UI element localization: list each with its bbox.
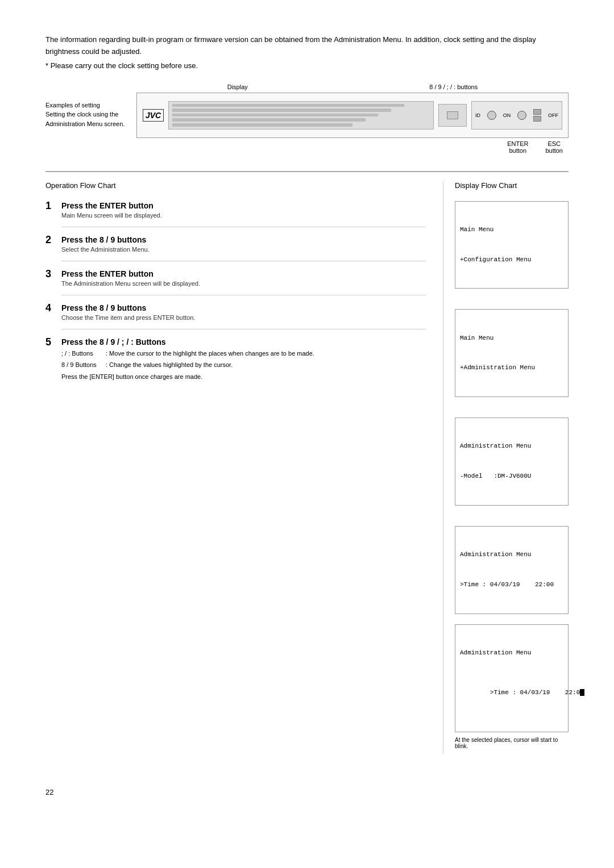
step-2-title: Press the 8 / 9 buttons [61,235,426,244]
off-label: OFF [548,112,558,118]
gap-2 [455,402,569,418]
display-column: Display Flow Chart Main Menu +Configurat… [443,181,569,754]
step-1-desc: Main Menu screen will be displayed. [61,212,426,219]
section-divider [45,171,569,172]
side-btn-1 [533,109,541,115]
step-5-sub-row-1: ; / : Buttons : Move the cursor to the h… [61,349,426,358]
step-5-number: 5 [45,336,61,348]
step-2-number: 2 [45,234,61,246]
display-box-4-line1: Administration Menu [460,550,563,560]
on-button [487,111,496,120]
step-4-content: Press the 8 / 9 buttons Choose the Time … [61,303,426,329]
step-4: 4 Press the 8 / 9 buttons Choose the Tim… [45,303,426,337]
id-label: ID [475,112,480,118]
buttons-label: 8 / 9 / ; / : buttons [429,84,478,90]
step-4-desc: Choose the Time item and press ENTER but… [61,314,426,321]
display-box-1-line1: Main Menu [460,225,563,235]
step-1-content: Press the ENTER button Main Menu screen … [61,201,426,227]
display-note-5: At the selected places, cursor will star… [455,737,569,749]
display-label: Display [227,84,248,90]
page-number: 22 [45,788,569,796]
step-5-subtable: ; / : Buttons : Move the cursor to the h… [61,349,426,370]
step-5-key-2: 8 / 9 Buttons [61,360,101,370]
step-2: 2 Press the 8 / 9 buttons Select the Adm… [45,235,426,269]
gap-4 [455,619,569,624]
step-5-val-1: : Move the cursor to the highlight the p… [106,349,426,358]
device-display [168,101,434,130]
step-5-note: Press the [ENTER] button once charges ar… [61,373,426,380]
display-box-2-line2: +Administration Menu [460,363,563,373]
jvc-logo: JVC [143,109,164,122]
device-diagram: JVC ID ON [136,93,569,138]
diagram-section: Examples of setting Setting the clock us… [45,84,569,154]
step-4-title: Press the 8 / 9 buttons [61,303,426,312]
step-5-val-2: : Change the values highlighted by the c… [106,360,426,370]
diagram-labels: Examples of setting Setting the clock us… [45,84,125,154]
cursor-block [580,689,584,696]
device-input-area [438,104,467,127]
display-box-3-line1: Administration Menu [460,441,563,452]
step-5: 5 Press the 8 / 9 / ; / : Buttons ; / : … [45,337,426,396]
step-5-title: Press the 8 / 9 / ; / : Buttons [61,337,426,347]
step-5-key-1: ; / : Buttons [61,349,101,358]
display-box-2-line1: Main Menu [460,333,563,344]
device-controls: ID ON OFF [471,101,562,130]
step-2-desc: Select the Administration Menu. [61,246,426,253]
step-1-number: 1 [45,200,61,212]
step-1: 1 Press the ENTER button Main Menu scree… [45,201,426,235]
examples-label: Examples of setting [45,102,100,108]
display-box-3-line2: -Model :DM-JV600U [460,471,563,482]
mode-button [517,111,526,120]
enter-button-label: ENTERbutton [507,140,528,154]
step-3: 3 Press the ENTER button The Administrat… [45,269,426,303]
display-box-1: Main Menu +Configuration Menu [455,201,569,289]
esc-button-label: ESCbutton [545,140,563,154]
step-1-title: Press the ENTER button [61,201,426,210]
display-box-5-line2: >Time : 04/03/19 22:0 [460,678,563,708]
step-4-number: 4 [45,302,61,314]
display-header: Display Flow Chart [455,181,569,193]
step-3-number: 3 [45,268,61,280]
step-5-content: Press the 8 / 9 / ; / : Buttons ; / : Bu… [61,337,426,388]
diagram-top-labels: Display 8 / 9 / ; / : buttons [136,84,569,90]
step-2-content: Press the 8 / 9 buttons Select the Admin… [61,235,426,261]
step-3-desc: The Administration Menu screen will be d… [61,280,426,287]
display-box-5: Administration Menu >Time : 04/03/19 22:… [455,624,569,732]
diagram-bottom-labels: ENTERbutton ESCbutton [136,140,569,154]
device-mini-display [447,111,458,119]
diagram-center: Display 8 / 9 / ; / : buttons JVC [136,84,569,154]
diagram-caption: Setting the clock using the Administrati… [45,111,125,127]
on-label: ON [503,112,511,118]
side-btn-2 [533,116,541,122]
operation-column: Operation Flow Chart 1 Press the ENTER b… [45,181,443,754]
display-box-1-line2: +Configuration Menu [460,255,563,265]
step-3-content: Press the ENTER button The Administratio… [61,269,426,295]
operation-header: Operation Flow Chart [45,181,426,193]
display-box-5-line1: Administration Menu [460,648,563,658]
gap-3 [455,510,569,526]
display-box-4: Administration Menu >Time : 04/03/19 22:… [455,526,569,614]
gap-1 [455,293,569,309]
flow-section: Operation Flow Chart 1 Press the ENTER b… [45,181,569,754]
step-5-sub-row-2: 8 / 9 Buttons : Change the values highli… [61,360,426,370]
side-buttons [533,109,541,122]
step-3-title: Press the ENTER button [61,269,426,278]
display-box-3: Administration Menu -Model :DM-JV600U [455,418,569,506]
display-box-2: Main Menu +Administration Menu [455,309,569,397]
display-box-4-line2: >Time : 04/03/19 22:00 [460,580,563,590]
intro-line1: The information regarding built-in progr… [45,34,557,58]
intro-line2: * Please carry out the clock setting bef… [45,61,569,70]
